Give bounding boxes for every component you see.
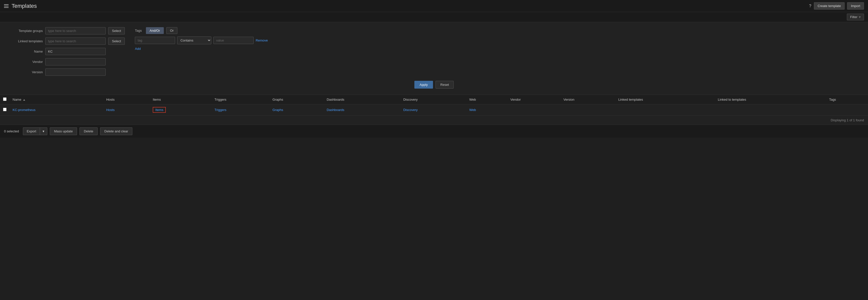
- template-name-link[interactable]: KC-prometheus: [12, 108, 35, 112]
- import-button[interactable]: Import: [847, 2, 864, 9]
- checkbox-header: [0, 95, 9, 104]
- create-template-button[interactable]: Create template: [814, 2, 845, 9]
- row-checkbox[interactable]: [3, 108, 6, 111]
- filter-actions: Apply Reset: [10, 81, 858, 89]
- or-button[interactable]: Or: [166, 27, 177, 34]
- mass-update-button[interactable]: Mass update: [50, 127, 77, 135]
- filter-panel: Template groups Select Linked templates …: [0, 22, 868, 95]
- discovery-header: Discovery: [400, 95, 466, 104]
- name-header[interactable]: Name: [9, 95, 103, 104]
- dashboards-link[interactable]: Dashboards: [327, 108, 344, 112]
- add-tag-button[interactable]: Add: [135, 47, 141, 51]
- triggers-link[interactable]: Triggers: [215, 108, 226, 112]
- pagination-row: Displaying 1 of 1 found: [0, 116, 868, 125]
- template-groups-label: Template groups: [10, 29, 43, 33]
- items-link[interactable]: Items: [153, 107, 166, 113]
- apply-button[interactable]: Apply: [414, 81, 433, 89]
- row-dashboards-cell: Dashboards: [323, 104, 400, 116]
- table-container: Name Hosts Items Triggers Graphs Dashboa…: [0, 95, 868, 125]
- filter-button[interactable]: Filter ▿: [847, 13, 864, 20]
- row-discovery-cell: Discovery: [400, 104, 466, 116]
- linked-templates-input[interactable]: [45, 37, 106, 45]
- name-header-label: Name: [12, 98, 21, 101]
- version-label: Version: [10, 70, 43, 74]
- version-input[interactable]: [45, 68, 106, 76]
- page-title: Templates: [11, 3, 37, 9]
- templates-table: Name Hosts Items Triggers Graphs Dashboa…: [0, 95, 868, 116]
- row-graphs-cell: Graphs: [270, 104, 324, 116]
- filter-row-linked-templates: Linked templates Select: [10, 37, 125, 45]
- filter-grid: Template groups Select Linked templates …: [10, 27, 858, 76]
- template-groups-select-button[interactable]: Select: [108, 27, 125, 34]
- header-right: ? Create template Import: [809, 2, 864, 9]
- name-label: Name: [10, 50, 43, 53]
- filter-right: Tags And/Or Or Contains Equals Does not …: [135, 27, 858, 51]
- row-vendor-cell: [507, 104, 561, 116]
- row-hosts-cell: Hosts: [103, 104, 150, 116]
- row-linked-to-templates-cell: [715, 104, 826, 116]
- graphs-header: Graphs: [270, 95, 324, 104]
- row-web-cell: Web: [466, 104, 507, 116]
- export-button[interactable]: Export: [23, 127, 40, 135]
- row-checkbox-cell: [0, 104, 9, 116]
- linked-templates-header: Linked templates: [615, 95, 715, 104]
- vendor-input[interactable]: [45, 58, 106, 65]
- table-row: KC-prometheus Hosts Items Triggers Graph…: [0, 104, 868, 116]
- pagination-text: Displaying 1 of 1 found: [831, 118, 864, 122]
- row-name-cell: KC-prometheus: [9, 104, 103, 116]
- version-header: Version: [561, 95, 615, 104]
- tags-section: Tags And/Or Or Contains Equals Does not …: [135, 27, 858, 51]
- filter-row-version: Version: [10, 68, 125, 76]
- tag-input[interactable]: [135, 37, 175, 44]
- add-tag-row: Add: [135, 47, 858, 51]
- row-linked-templates-cell: [615, 104, 715, 116]
- andor-button[interactable]: And/Or: [146, 27, 164, 34]
- hosts-link[interactable]: Hosts: [106, 108, 115, 112]
- remove-tag-button[interactable]: Remove: [256, 38, 268, 42]
- filter-bar: Filter ▿: [0, 12, 868, 22]
- delete-clear-button[interactable]: Delete and clear: [100, 127, 132, 135]
- name-sort-icon: [23, 99, 25, 101]
- select-all-checkbox[interactable]: [3, 97, 6, 101]
- vendor-label: Vendor: [10, 60, 43, 64]
- tags-header: Tags And/Or Or: [135, 27, 858, 34]
- help-icon[interactable]: ?: [809, 4, 811, 8]
- tag-value-input[interactable]: [213, 37, 254, 44]
- filter-row-name: Name: [10, 48, 125, 55]
- table-header: Name Hosts Items Triggers Graphs Dashboa…: [0, 95, 868, 104]
- filter-icon: ▿: [859, 15, 861, 19]
- row-items-cell: Items: [150, 104, 211, 116]
- row-tags-cell: [826, 104, 868, 116]
- selected-count: 0 selected: [4, 129, 19, 133]
- filter-row-vendor: Vendor: [10, 58, 125, 65]
- row-triggers-cell: Triggers: [212, 104, 270, 116]
- hamburger-menu[interactable]: [4, 4, 8, 8]
- triggers-header: Triggers: [212, 95, 270, 104]
- row-version-cell: [561, 104, 615, 116]
- vendor-header: Vendor: [507, 95, 561, 104]
- filter-left: Template groups Select Linked templates …: [10, 27, 125, 76]
- name-input[interactable]: [45, 48, 106, 55]
- linked-templates-select-button[interactable]: Select: [108, 37, 125, 45]
- header-left: Templates: [4, 3, 37, 9]
- web-link[interactable]: Web: [469, 108, 476, 112]
- graphs-link[interactable]: Graphs: [273, 108, 283, 112]
- table-header-row: Name Hosts Items Triggers Graphs Dashboa…: [0, 95, 868, 104]
- bottom-bar: 0 selected Export ▼ Mass update Delete D…: [0, 125, 868, 138]
- hosts-header: Hosts: [103, 95, 150, 104]
- tags-header: Tags: [826, 95, 868, 104]
- tag-condition-select[interactable]: Contains Equals Does not contain Does no…: [177, 36, 211, 44]
- discovery-link[interactable]: Discovery: [403, 108, 417, 112]
- template-groups-input[interactable]: [45, 27, 106, 34]
- table-body: KC-prometheus Hosts Items Triggers Graph…: [0, 104, 868, 116]
- linked-templates-label: Linked templates: [10, 39, 43, 43]
- filter-row-template-groups: Template groups Select: [10, 27, 125, 34]
- tag-row: Contains Equals Does not contain Does no…: [135, 36, 858, 44]
- web-header: Web: [466, 95, 507, 104]
- delete-button[interactable]: Delete: [80, 127, 98, 135]
- dashboards-header: Dashboards: [323, 95, 400, 104]
- export-group: Export ▼: [23, 127, 47, 135]
- header: Templates ? Create template Import: [0, 0, 868, 12]
- export-dropdown-button[interactable]: ▼: [40, 127, 47, 135]
- reset-button[interactable]: Reset: [435, 81, 454, 89]
